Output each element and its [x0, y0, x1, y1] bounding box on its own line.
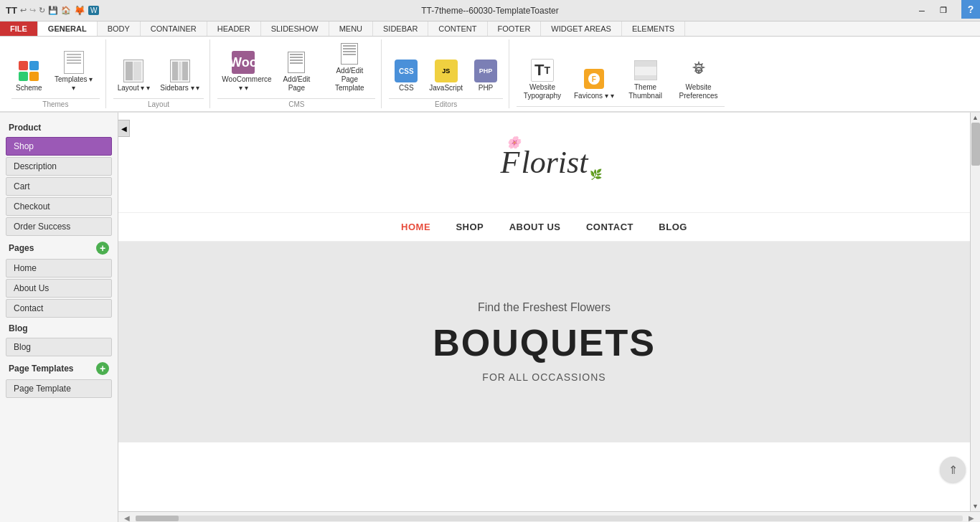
nav-shop[interactable]: SHOP	[456, 222, 484, 232]
website-typography-button[interactable]: TT Website Typography	[517, 56, 568, 103]
tab-menu[interactable]: MENU	[329, 22, 373, 36]
sidebar-item-checkout[interactable]: Checkout	[6, 197, 112, 216]
restore-button[interactable]: ❐	[934, 4, 953, 17]
save-icon[interactable]: 💾	[48, 6, 58, 15]
css-button[interactable]: CSS CSS	[389, 57, 423, 95]
tab-header[interactable]: HEADER	[207, 22, 261, 36]
tab-container[interactable]: CONTAINER	[141, 22, 207, 36]
tab-sidebar[interactable]: SIDEBAR	[373, 22, 428, 36]
tab-content[interactable]: CONTENT	[428, 22, 487, 36]
scroll-up-button[interactable]: ▲	[971, 113, 981, 123]
preview-frame: F 🌸 lorist 🌿 HOME SHOP ABOUT US	[118, 113, 980, 511]
add-edit-template-button[interactable]: Add/Edit Page Template	[324, 39, 375, 95]
ribbon-group-editors: CSS CSS JS JavaScript PHP PHP Editors	[383, 39, 509, 108]
add-edit-page-icon	[285, 51, 308, 74]
css-label: CSS	[399, 84, 414, 92]
title-bar: TT ↩ ↪ ↻ 💾 🏠 🦊 W TT-7theme--60030-Templa…	[0, 0, 980, 22]
ribbon-content: Scheme Templates ▾ Themes	[0, 37, 980, 113]
tab-slideshow[interactable]: SLIDESHOW	[261, 22, 329, 36]
php-label: PHP	[479, 84, 494, 92]
theme-thumbnail-button[interactable]: Theme Thumbnail	[620, 56, 672, 103]
editors-group-label: Editors	[389, 98, 503, 108]
bottom-scrollbar: ◀ ▶	[118, 511, 980, 522]
tab-file[interactable]: FILE	[0, 22, 38, 36]
h-scroll-track[interactable]	[136, 516, 963, 521]
home-nav-icon[interactable]: 🏠	[61, 6, 71, 15]
tab-widget-areas[interactable]: WIDGET AREAS	[541, 22, 622, 36]
theme-thumbnail-icon	[634, 59, 657, 82]
tab-body[interactable]: BODY	[98, 22, 141, 36]
sidebar-item-description[interactable]: Description	[6, 157, 112, 176]
preview-header: F 🌸 lorist 🌿	[118, 113, 970, 213]
section-page-templates: Page Templates +	[0, 358, 118, 378]
blog-title: Blog	[9, 323, 28, 333]
woocommerce-button[interactable]: Woo WooCommerce ▾	[217, 48, 269, 95]
themes-items: Scheme Templates ▾	[11, 39, 100, 98]
templates-icon	[62, 51, 85, 74]
page-templates-title: Page Templates	[9, 364, 73, 374]
sidebar-item-blog[interactable]: Blog	[6, 338, 112, 356]
css-icon: CSS	[395, 60, 418, 82]
layout-icon	[122, 60, 145, 82]
minimize-button[interactable]: ─	[913, 4, 931, 17]
sidebar: Product Shop Description Cart Checkout O…	[0, 113, 118, 522]
sidebars-button[interactable]: Sidebars ▾	[156, 57, 204, 95]
scheme-icon	[17, 60, 40, 82]
app-icons: TT ↩ ↪ ↻ 💾 🏠 🦊 W	[6, 5, 99, 16]
sidebar-item-shop[interactable]: Shop	[6, 137, 112, 156]
favicons-label: Favicons ▾	[574, 92, 614, 100]
section-blog: Blog	[0, 319, 118, 336]
layout-button[interactable]: Layout ▾	[113, 57, 155, 95]
tab-general[interactable]: GENERAL	[38, 22, 98, 36]
scroll-down-button[interactable]: ▼	[971, 501, 981, 511]
scroll-track	[971, 123, 981, 501]
forward-icon[interactable]: ↪	[29, 6, 36, 15]
scroll-thumb[interactable]	[971, 123, 980, 166]
scheme-button[interactable]: Scheme	[11, 57, 47, 95]
cms-group-label: CMS	[217, 98, 375, 108]
tab-elements[interactable]: ELEMENTS	[622, 22, 685, 36]
nav-about-us[interactable]: ABOUT US	[509, 222, 561, 232]
website-preferences-button[interactable]: Website Preferences	[673, 56, 725, 103]
sidebar-item-order-success[interactable]: Order Success	[6, 217, 112, 236]
add-page-button[interactable]: +	[96, 242, 109, 255]
php-button[interactable]: PHP PHP	[468, 57, 503, 95]
h-scroll-thumb[interactable]	[136, 516, 179, 521]
scroll-to-top-button[interactable]: ⇑	[940, 457, 966, 483]
add-page-template-button[interactable]: +	[96, 362, 109, 375]
layout-items: Layout ▾ Sidebars ▾	[113, 39, 204, 98]
wp-icon: W	[88, 6, 99, 15]
collapse-sidebar-button[interactable]: ◀	[118, 120, 130, 137]
general-tools-items: TT Website Typography F Favicons ▾	[517, 39, 725, 106]
website-preferences-label: Website Preferences	[677, 83, 720, 100]
favicons-button[interactable]: F Favicons ▾	[570, 65, 618, 103]
website-preferences-icon	[687, 59, 710, 82]
scroll-left-button[interactable]: ◀	[121, 514, 133, 522]
refresh-icon[interactable]: ↻	[39, 6, 45, 15]
tab-footer[interactable]: FOOTER	[488, 22, 542, 36]
section-pages: Pages +	[0, 237, 118, 257]
sidebar-item-contact[interactable]: Contact	[6, 299, 112, 318]
layout-group-label: Layout	[113, 98, 204, 108]
nav-blog[interactable]: BLOG	[659, 222, 687, 232]
section-product: Product	[0, 118, 118, 136]
sidebar-item-home[interactable]: Home	[6, 259, 112, 277]
sidebar-item-cart[interactable]: Cart	[6, 177, 112, 196]
add-edit-page-button[interactable]: Add/Edit Page	[270, 48, 322, 95]
cms-items: Woo WooCommerce ▾ Add/Edit Page Add/Edit…	[217, 39, 375, 98]
sidebar-item-about-us[interactable]: About Us	[6, 279, 112, 298]
sidebar-item-page-template[interactable]: Page Template	[6, 379, 112, 398]
help-button[interactable]: ?	[961, 0, 980, 19]
add-edit-template-label: Add/Edit Page Template	[328, 67, 371, 92]
hero-tagline: FOR ALL OCCASSIONS	[482, 371, 606, 383]
add-edit-template-icon	[338, 42, 361, 65]
php-icon: PHP	[474, 60, 497, 82]
right-scrollbar: ▲ ▼	[970, 113, 980, 511]
nav-contact[interactable]: CONTACT	[586, 222, 633, 232]
nav-home[interactable]: HOME	[401, 222, 430, 232]
back-icon[interactable]: ↩	[20, 6, 27, 15]
javascript-button[interactable]: JS JavaScript	[425, 57, 467, 95]
layout-label: Layout ▾	[118, 84, 151, 92]
templates-button[interactable]: Templates ▾	[48, 48, 100, 95]
scroll-right-button[interactable]: ▶	[966, 514, 977, 522]
